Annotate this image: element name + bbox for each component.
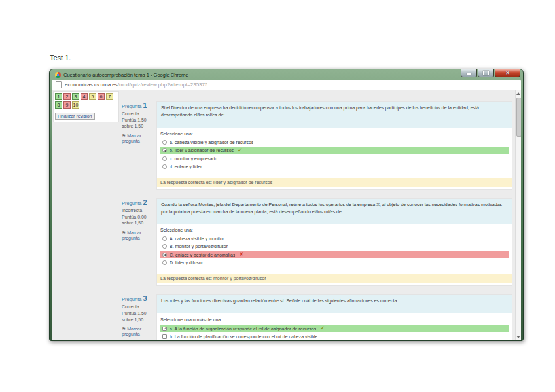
url-path: /mod/quiz/review.php?attempt=235375 [118,82,208,88]
question-text: Los roles y las funciones directivas gua… [157,295,512,313]
scroll-thumb[interactable] [516,98,521,137]
option-row[interactable]: c. monitor y empresario [160,155,509,162]
close-icon: ✕ [505,71,510,76]
question-block: Pregunta1 Correcta Puntúa 1,50 sobre 1,5… [122,101,512,190]
maximize-icon [483,71,489,75]
question-number: Pregunta2 [122,198,152,206]
quiz-navigation: 12345678910 Finalizar revisión [53,91,119,122]
option-label: A. cabeza visible y monitor [170,236,224,241]
question-grade: Puntúa 1,50 sobre 1,50 [122,117,152,130]
question-state: Correcta [122,304,152,309]
option-row[interactable]: D. líder y difusor [160,259,509,266]
quiz-nav-button[interactable]: 8 [55,101,62,109]
finish-review-link[interactable]: Finalizar revisión [55,113,95,120]
flag-question-link[interactable]: Marcar pregunta [122,327,152,336]
option-label: b. La función de planificación se corres… [170,334,317,339]
question-info: Pregunta1 Correcta Puntúa 1,50 sobre 1,5… [122,101,156,190]
chrome-favicon-icon [55,72,61,78]
quiz-nav-button[interactable]: 5 [89,93,96,100]
window-controls: ✕ [460,69,520,77]
answer-prompt: Seleccione una: [160,132,509,136]
answer-prompt: Seleccione una o más de una: [160,317,509,322]
minimize-icon [467,73,471,75]
question-block: Pregunta2 Incorrecta Puntúa 0,00 sobre 1… [122,198,512,287]
flag-question-link[interactable]: Marcar pregunta [122,134,152,143]
option-row[interactable]: b. líder y asignador de recursos ✔ [160,147,509,154]
maximize-button[interactable] [478,69,494,77]
feedback: La respuesta correcta es: monitor y port… [157,274,512,283]
quiz-nav-button[interactable]: 7 [106,93,113,100]
answer-area: Seleccione una: a. cabeza visible y asig… [157,128,512,170]
content-area: 12345678910 Finalizar revisión Pregunta1… [52,90,521,340]
option-control[interactable] [162,260,167,265]
flag-icon [122,327,126,331]
quiz-nav-button[interactable]: 2 [63,93,71,100]
quiz-nav-button[interactable]: 4 [81,93,88,100]
check-icon: ✔ [320,326,325,331]
option-control[interactable] [162,164,167,169]
option-label: a. cabeza visible y asignador de recurso… [170,140,253,145]
question-info: Pregunta2 Incorrecta Puntúa 0,00 sobre 1… [122,198,156,287]
question-text: Si el Director de una empresa ha decidid… [157,102,512,128]
option-row[interactable]: a. cabeza visible y asignador de recurso… [160,139,509,146]
option-row[interactable]: A. cabeza visible y monitor [160,235,509,242]
option-row[interactable]: d. enlace y líder [160,163,509,170]
check-icon: ✔ [238,148,242,153]
question-content: Los roles y las funciones directivas gua… [156,294,512,340]
question-grade: Puntúa 1,50 sobre 1,50 [122,310,152,323]
quiz-nav-button[interactable]: 10 [72,101,79,109]
url-bar[interactable]: economicas.cv.uma.es/mod/quiz/review.php… [52,80,521,90]
options: a. cabeza visible y asignador de recurso… [160,139,509,170]
option-label: b. líder y asignador de recursos [170,148,234,152]
option-row[interactable]: a. A la función de organización responde… [160,325,509,332]
url-text[interactable]: economicas.cv.uma.es/mod/quiz/review.php… [65,82,207,88]
quiz-nav-button[interactable]: 9 [63,101,71,109]
question-state: Correcta [122,111,152,116]
browser-window: Cuestionario autocomprobación tema 1 - G… [49,69,524,341]
quiz-nav-button[interactable]: 3 [72,93,79,100]
option-row[interactable]: b. La función de planificación se corres… [160,333,509,340]
option-label: B. monitor y portavoz/difusor [170,244,228,249]
question-content: Si el Director de una empresa ha decidid… [156,101,512,190]
questions: Pregunta1 Correcta Puntúa 1,50 sobre 1,5… [122,101,512,340]
question-state: Incorrecta [122,208,152,213]
minimize-button[interactable] [461,69,477,77]
option-label: C. enlace y gestor de anomalías [170,253,235,257]
option-control[interactable] [162,156,167,161]
option-control[interactable] [162,140,167,145]
option-label: a. A la función de organización responde… [170,327,316,331]
scroll-down-arrow-icon[interactable] [516,336,520,338]
quiz-nav-button[interactable]: 1 [55,93,62,100]
question-number: Pregunta1 [122,101,152,109]
feedback: La respuesta correcta es: líder y asigna… [157,178,512,187]
flag-question-link[interactable]: Marcar pregunta [122,230,152,240]
option-row[interactable]: C. enlace y gestor de anomalías ✘ [160,251,509,258]
question-text: Cuando la señora Montes, jefa del Depart… [157,199,512,224]
flag-icon [122,230,126,235]
flag-icon [122,134,126,138]
question-block: Pregunta3 Correcta Puntúa 1,50 sobre 1,5… [122,294,512,340]
answer-area: Seleccione una: A. cabeza visible y moni… [157,224,512,266]
scrollbar[interactable] [515,90,521,340]
option-control[interactable] [162,236,167,241]
option-control[interactable] [162,244,167,249]
answer-area: Seleccione una o más de una: a. A la fun… [157,313,512,340]
url-domain: economicas.cv.uma.es [65,82,118,88]
scroll-up-arrow-icon[interactable] [516,92,520,95]
option-control[interactable] [162,327,167,331]
options: a. A la función de organización responde… [160,325,509,340]
question-number: Pregunta3 [122,294,152,302]
option-row[interactable]: B. monitor y portavoz/difusor [160,243,509,250]
question-info: Pregunta3 Correcta Puntúa 1,50 sobre 1,5… [122,294,156,340]
page-title: Test 1. [50,54,71,62]
option-control[interactable] [162,148,167,152]
option-control[interactable] [162,253,167,257]
option-control[interactable] [162,334,167,339]
titlebar: Cuestionario autocomprobación tema 1 - G… [52,69,521,80]
answer-prompt: Seleccione una: [160,228,509,232]
quiz-nav-button[interactable]: 6 [98,93,105,100]
option-label: d. enlace y líder [170,164,202,169]
close-button[interactable]: ✕ [495,69,520,77]
option-label: c. monitor y empresario [170,156,217,161]
page-icon [56,81,62,88]
